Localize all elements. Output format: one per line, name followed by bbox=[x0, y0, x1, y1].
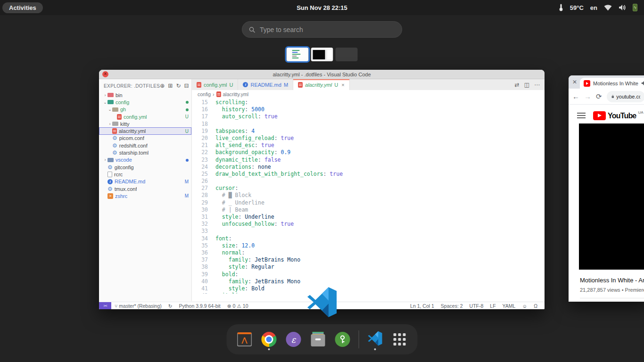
code-editor[interactable]: 15scrolling:16 history: 500017 auto_scro… bbox=[192, 98, 545, 294]
tree-item-label: bin bbox=[116, 92, 123, 98]
dock-item-keepassxc[interactable] bbox=[334, 328, 351, 351]
notifications-bell-icon[interactable]: Ω bbox=[530, 303, 541, 309]
dock-item-chrome[interactable] bbox=[261, 328, 278, 351]
tree-item-redshift.conf[interactable]: ⚙redshift.conf bbox=[99, 142, 191, 149]
line-number: 25 bbox=[192, 171, 208, 178]
url-text: youtube.com/wa bbox=[616, 94, 640, 99]
python-interpreter[interactable]: Python 3.9.9 64-bit bbox=[176, 303, 224, 309]
dock-item-app-grid[interactable] bbox=[391, 328, 408, 351]
status-eol[interactable]: LF bbox=[487, 303, 499, 309]
youtube-logo[interactable]: YouTube UA bbox=[593, 111, 644, 120]
chrome-active-tab[interactable]: Motionless In White - bbox=[580, 78, 644, 89]
editor-area: config.ymlUiREADME.mdMalacritty.ymlU×⇄◫⋯… bbox=[192, 79, 545, 301]
back-button[interactable]: ← bbox=[572, 92, 579, 100]
dock-item-emacs[interactable]: ε bbox=[285, 328, 302, 351]
remote-indicator[interactable]: >< bbox=[99, 302, 111, 310]
status-cursor-position[interactable]: Ln 1, Col 1 bbox=[407, 303, 438, 309]
workspace-thumbnails bbox=[287, 48, 358, 61]
more-actions-icon[interactable]: ⋯ bbox=[534, 82, 540, 88]
dock-item-vscode[interactable] bbox=[367, 328, 384, 351]
tab-audio-icon[interactable] bbox=[641, 81, 644, 86]
tree-item-gitconfig[interactable]: ⚙gitconfig bbox=[99, 164, 191, 171]
keyboard-layout-label[interactable]: en bbox=[590, 4, 597, 11]
app-grid-icon bbox=[394, 333, 406, 346]
status-encoding[interactable]: UTF-8 bbox=[466, 303, 487, 309]
line-number: 33 bbox=[192, 228, 208, 235]
open-changes-icon[interactable]: ⇄ bbox=[515, 82, 520, 88]
search-bar[interactable] bbox=[242, 21, 402, 38]
workspace-thumbnail-vscode[interactable] bbox=[287, 48, 309, 61]
new-folder-icon[interactable]: ⊞ bbox=[168, 82, 173, 89]
tree-item-alacritty.yml[interactable]: alacritty.ymlU bbox=[99, 127, 191, 134]
tree-item-config[interactable]: ⌄config bbox=[99, 99, 191, 106]
tree-item-picom.conf[interactable]: ⚙picom.conf bbox=[99, 135, 191, 142]
code-line: 26 bbox=[192, 178, 545, 185]
workspace-thumbnail-youtube[interactable] bbox=[311, 48, 333, 61]
tree-item-README.md[interactable]: iREADME.mdM bbox=[99, 178, 191, 185]
tree-item-starship.toml[interactable]: ⚙starship.toml bbox=[99, 149, 191, 156]
dock-item-alacritty[interactable]: ⋀ bbox=[236, 328, 253, 351]
collapse-folders-icon[interactable]: ⊟ bbox=[184, 82, 189, 89]
tree-item-rcrc[interactable]: rcrc bbox=[99, 171, 191, 178]
forward-button[interactable]: → bbox=[584, 92, 591, 100]
battery-charging-icon: ϟ bbox=[633, 4, 637, 11]
activities-button[interactable]: Activities bbox=[2, 2, 43, 13]
keepassxc-icon bbox=[335, 332, 350, 347]
line-number: 20 bbox=[192, 135, 208, 142]
tree-item-gh[interactable]: ⌄gh bbox=[99, 106, 191, 113]
new-file-icon[interactable]: ⊕ bbox=[160, 82, 165, 89]
breadcrumb[interactable]: config›alacritty.yml bbox=[192, 90, 545, 98]
tree-item-bin[interactable]: ›bin bbox=[99, 91, 191, 99]
chevron-icon: ⌄ bbox=[103, 100, 107, 105]
vscode-app-icon[interactable] bbox=[306, 287, 338, 318]
menu-icon[interactable] bbox=[577, 113, 586, 118]
vscode-preview bbox=[287, 48, 309, 61]
tree-item-vscode[interactable]: ›vscode bbox=[99, 156, 191, 164]
address-bar[interactable]: youtube.com/wa bbox=[607, 91, 644, 102]
reload-button[interactable]: ⟳ bbox=[596, 92, 602, 101]
close-tab-icon[interactable]: ✕ bbox=[572, 79, 577, 85]
system-status-area[interactable]: 59°C en ϟ bbox=[559, 4, 637, 11]
git-branch-status[interactable]: ⑂master* (Rebasing) bbox=[111, 303, 165, 309]
breadcrumb-item[interactable]: alacritty.yml bbox=[223, 91, 249, 97]
explorer-header: EXPLORER: .DOTFILES bbox=[104, 83, 160, 89]
problems-status[interactable]: ⊗0⚠10 bbox=[224, 303, 252, 309]
close-tab-icon[interactable]: × bbox=[341, 82, 344, 88]
tab-alacritty.yml[interactable]: alacritty.ymlU× bbox=[293, 79, 350, 90]
dock-item-files[interactable] bbox=[310, 328, 327, 351]
tab-README.md[interactable]: iREADME.mdM bbox=[238, 79, 293, 90]
warnings-count: 10 bbox=[243, 303, 248, 309]
split-editor-icon[interactable]: ◫ bbox=[524, 82, 529, 88]
tree-item-label: redshift.conf bbox=[119, 143, 148, 148]
youtube-favicon bbox=[584, 80, 590, 87]
sync-icon[interactable]: ↻ bbox=[165, 303, 176, 309]
tab-label: config.yml bbox=[204, 82, 227, 88]
refresh-explorer-icon[interactable]: ↻ bbox=[176, 82, 181, 89]
status-indentation[interactable]: Spaces: 2 bbox=[438, 303, 466, 309]
clock[interactable]: Sun Nov 28 22:15 bbox=[297, 4, 347, 11]
search-icon bbox=[249, 26, 255, 33]
close-window-icon[interactable]: × bbox=[102, 71, 108, 77]
vscode-window[interactable]: × alacritty.yml - .dotfiles - Visual Stu… bbox=[99, 70, 545, 309]
code-line: 34font: bbox=[192, 235, 545, 242]
workspace-thumbnail-empty[interactable] bbox=[336, 48, 358, 61]
feedback-icon[interactable]: ☺ bbox=[519, 303, 530, 309]
tree-item-kitty[interactable]: ›kitty bbox=[99, 120, 191, 127]
tree-item-label: config bbox=[116, 99, 129, 105]
tab-config.yml[interactable]: config.ymlU bbox=[192, 79, 238, 90]
code-line: 28 # █ Block bbox=[192, 192, 545, 199]
tree-item-zshrc[interactable]: >zshrcM bbox=[99, 192, 191, 199]
search-input[interactable] bbox=[260, 26, 395, 33]
tree-item-config.yml[interactable]: config.ymlU bbox=[99, 113, 191, 120]
volume-icon bbox=[619, 4, 626, 11]
running-indicator bbox=[268, 348, 270, 350]
video-title: Motionless In White - Anot bbox=[580, 277, 644, 284]
tree-item-tmux.conf[interactable]: ⚙tmux.conf bbox=[99, 185, 191, 192]
breadcrumb-item[interactable]: config bbox=[198, 91, 211, 97]
chrome-window[interactable]: ✕ Motionless In White - ← → ⟳ youtube.co… bbox=[569, 75, 644, 302]
status-language-mode[interactable]: YAML bbox=[499, 303, 519, 309]
code-line: 30 # | Beam bbox=[192, 206, 545, 214]
wifi-icon bbox=[604, 5, 612, 11]
tab-label: alacritty.yml bbox=[305, 82, 332, 88]
video-player[interactable] bbox=[579, 123, 644, 270]
